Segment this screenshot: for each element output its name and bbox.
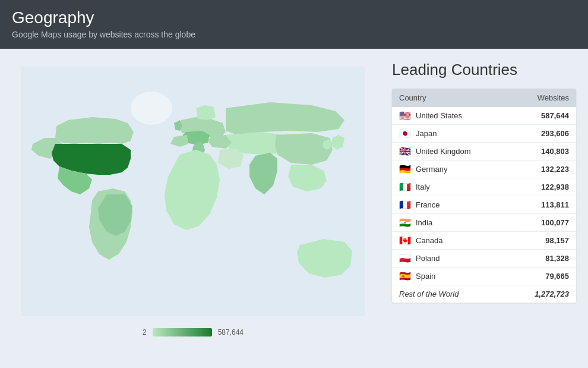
countries-table: Country Websites 🇺🇸United States587,644🇯… bbox=[392, 89, 576, 303]
country-cell: 🇺🇸United States bbox=[392, 107, 510, 125]
country-flag: 🇫🇷 bbox=[399, 201, 411, 209]
svg-point-1 bbox=[131, 92, 172, 125]
websites-value: 122,938 bbox=[510, 178, 576, 196]
country-cell: 🇮🇹Italy bbox=[392, 178, 510, 196]
country-name: Poland bbox=[416, 254, 440, 263]
country-flag: 🇩🇪 bbox=[399, 165, 411, 174]
websites-value: 113,811 bbox=[510, 196, 576, 214]
country-cell: 🇵🇱Poland bbox=[392, 250, 510, 268]
table-row: 🇯🇵Japan293,606 bbox=[392, 125, 576, 143]
world-map-container bbox=[21, 61, 365, 322]
country-name: Italy bbox=[416, 183, 430, 191]
country-name: Germany bbox=[416, 165, 447, 174]
page-title: Geography bbox=[12, 8, 576, 27]
table-section: Leading Countries Country Websites 🇺🇸Uni… bbox=[380, 61, 576, 352]
table-row: 🇩🇪Germany132,223 bbox=[392, 161, 576, 178]
country-name: India bbox=[416, 218, 432, 227]
table-header-row: Country Websites bbox=[392, 89, 576, 107]
country-cell: 🇫🇷France bbox=[392, 196, 510, 214]
table-row: 🇫🇷France113,811 bbox=[392, 196, 576, 214]
table-row: Rest of the World1,272,723 bbox=[392, 285, 576, 303]
country-name: United Kingdom bbox=[416, 147, 471, 156]
table-title: Leading Countries bbox=[392, 61, 576, 79]
country-cell: 🇪🇸Spain bbox=[392, 268, 510, 285]
country-cell: 🇨🇦Canada bbox=[392, 232, 510, 250]
websites-column-header: Websites bbox=[510, 89, 576, 107]
country-flag: 🇬🇧 bbox=[399, 147, 411, 156]
websites-value: 81,328 bbox=[510, 250, 576, 268]
country-cell: 🇮🇳India bbox=[392, 214, 510, 232]
country-flag: 🇺🇸 bbox=[399, 112, 411, 120]
table-row: 🇪🇸Spain79,665 bbox=[392, 268, 576, 285]
country-cell: 🇯🇵Japan bbox=[392, 125, 510, 143]
table-row: 🇮🇹Italy122,938 bbox=[392, 178, 576, 196]
main-content: 2 587,644 Leading Countries Country Webs… bbox=[0, 49, 588, 364]
country-cell: Rest of the World bbox=[392, 285, 510, 303]
map-section: 2 587,644 bbox=[6, 61, 380, 352]
table-row: 🇬🇧United Kingdom140,803 bbox=[392, 143, 576, 161]
legend-min: 2 bbox=[143, 328, 147, 336]
world-map-svg bbox=[21, 61, 365, 322]
country-name: Spain bbox=[416, 272, 435, 281]
country-name: France bbox=[416, 200, 440, 209]
table-row: 🇺🇸United States587,644 bbox=[392, 107, 576, 125]
websites-value: 1,272,723 bbox=[510, 285, 576, 303]
country-name: United States bbox=[416, 111, 462, 120]
legend-max: 587,644 bbox=[218, 328, 244, 336]
table-row: 🇮🇳India100,077 bbox=[392, 214, 576, 232]
websites-value: 79,665 bbox=[510, 268, 576, 285]
websites-value: 100,077 bbox=[510, 214, 576, 232]
country-flag: 🇨🇦 bbox=[399, 237, 411, 245]
websites-value: 98,157 bbox=[510, 232, 576, 250]
country-cell: 🇬🇧United Kingdom bbox=[392, 143, 510, 161]
country-flag: 🇯🇵 bbox=[399, 130, 411, 138]
country-flag: 🇵🇱 bbox=[399, 254, 411, 263]
page-header: Geography Google Maps usage by websites … bbox=[0, 0, 588, 49]
page-subtitle: Google Maps usage by websites across the… bbox=[12, 30, 576, 39]
websites-value: 132,223 bbox=[510, 161, 576, 178]
websites-value: 140,803 bbox=[510, 143, 576, 161]
websites-value: 293,606 bbox=[510, 125, 576, 143]
country-flag: 🇮🇳 bbox=[399, 219, 411, 227]
country-name: Canada bbox=[416, 236, 443, 245]
country-column-header: Country bbox=[392, 89, 510, 107]
table-row: 🇨🇦Canada98,157 bbox=[392, 232, 576, 250]
country-flag: 🇮🇹 bbox=[399, 183, 411, 191]
country-cell: 🇩🇪Germany bbox=[392, 161, 510, 178]
legend-gradient-bar bbox=[153, 328, 212, 336]
country-name: Japan bbox=[416, 129, 437, 138]
table-row: 🇵🇱Poland81,328 bbox=[392, 250, 576, 268]
websites-value: 587,644 bbox=[510, 107, 576, 125]
country-flag: 🇪🇸 bbox=[399, 272, 411, 281]
map-legend: 2 587,644 bbox=[143, 328, 244, 336]
